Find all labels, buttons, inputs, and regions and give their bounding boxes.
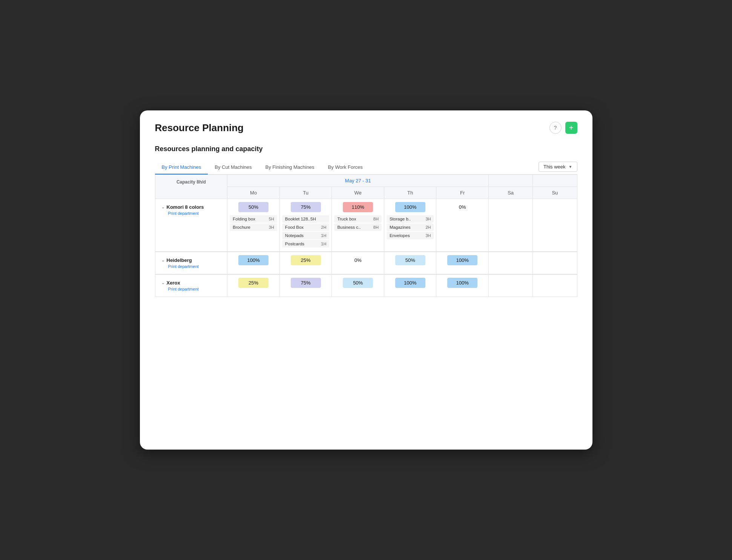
resource-name: ⌄ Komori 8 colors [161,204,221,210]
cap-cell-r2-d0[interactable]: 25% [227,274,280,297]
tab-cut-machines[interactable]: By Cut Machines [208,161,258,174]
day-header-tu: Tu [279,187,332,199]
expand-icon[interactable]: ⌄ [161,205,164,209]
help-button[interactable]: ? [549,122,562,134]
cap-cell-r0-d4[interactable]: 0% [436,199,489,252]
task-hours: 1H [321,233,326,238]
cap-cell-r0-d5[interactable] [488,199,533,252]
task-item[interactable]: Brochure 3H [230,223,277,231]
cap-badge: 0% [447,202,477,212]
task-item[interactable]: Magazines 2H [387,223,434,231]
capacity-grid: Capacity 8h/d May 27 - 31 Mo Tu We Th Fr… [155,174,577,297]
cap-cell-r1-d1[interactable]: 25% [279,252,332,274]
task-name: Notepads [285,233,304,238]
cap-badge: 110% [343,202,373,212]
add-button[interactable]: + [565,122,577,134]
cap-badge: 0% [343,255,373,265]
task-item[interactable]: Business c.. 8H [334,223,382,231]
page-header: Resource Planning ? + [155,122,577,134]
task-item[interactable]: Notepads 1H [282,232,330,239]
task-item[interactable]: Folding box 5H [230,215,277,223]
cap-cell-r1-d6[interactable] [533,252,577,274]
cap-cell-r2-d3[interactable]: 100% [384,274,436,297]
tab-work-forces[interactable]: By Work Forces [321,161,370,174]
task-hours: 3H [425,217,431,221]
day-header-th: Th [384,187,436,199]
resource-cell-1: ⌄ Heidelberg Print department [155,252,227,274]
cap-cell-r1-d4[interactable]: 100% [436,252,489,274]
cap-cell-r2-d6[interactable] [533,274,577,297]
task-hours: 8H [373,217,379,221]
cap-badge: 75% [291,278,321,288]
task-name: Booklet 128..5H [285,217,316,221]
task-item[interactable]: Booklet 128..5H [282,215,330,223]
resource-dept: Print department [161,211,221,216]
tabs-row: By Print Machines By Cut Machines By Fin… [155,161,577,174]
cap-badge: 25% [291,255,321,265]
cap-badge: 100% [395,278,425,288]
task-name: Envelopes [390,233,410,238]
task-item[interactable]: Envelopes 3H [387,232,434,239]
tab-print-machines[interactable]: By Print Machines [155,161,208,174]
task-name: Folding box [233,217,255,221]
task-name: Business c.. [337,225,361,230]
task-name: Storage b.. [390,217,411,221]
task-hours: 5H [269,217,274,221]
cap-cell-r1-d3[interactable]: 50% [384,252,436,274]
tab-finishing-machines[interactable]: By Finishing Machines [259,161,321,174]
cap-badge: 75% [291,202,321,212]
tabs-left: By Print Machines By Cut Machines By Fin… [155,161,370,174]
day-header-we: We [332,187,384,199]
sat-placeholder [488,175,533,187]
header-actions: ? + [549,122,577,134]
chevron-down-icon: ▼ [569,165,572,169]
cap-badge: 100% [447,255,477,265]
cap-badge: 50% [238,202,269,212]
cap-cell-r2-d4[interactable]: 100% [436,274,489,297]
resource-name: ⌄ Xerox [161,280,221,286]
day-header-mo: Mo [227,187,280,199]
cap-cell-r1-d5[interactable] [488,252,533,274]
resource-cell-0: ⌄ Komori 8 colors Print department [155,199,227,252]
cap-cell-r1-d0[interactable]: 100% [227,252,280,274]
cap-cell-r2-d5[interactable] [488,274,533,297]
cap-badge: 50% [395,255,425,265]
section-title: Resources planning and capacity [155,145,577,153]
cap-badge: 100% [395,202,425,212]
task-hours: 2H [425,225,431,230]
resource-name: ⌄ Heidelberg [161,257,221,263]
task-name: Truck box [337,217,356,221]
cap-badge: 100% [447,278,477,288]
task-hours: 3H [425,233,431,238]
task-item[interactable]: Postcards 1H [282,240,330,248]
task-item[interactable]: Food Box 2H [282,223,330,231]
week-selector[interactable]: This week ▼ [539,162,577,172]
cap-cell-r2-d1[interactable]: 75% [279,274,332,297]
expand-icon[interactable]: ⌄ [161,281,164,285]
day-header-sa: Sa [488,187,533,199]
cap-cell-r0-d1[interactable]: 75% Booklet 128..5H Food Box 2H Notepads… [279,199,332,252]
task-item[interactable]: Truck box 8H [334,215,382,223]
task-hours: 8H [373,225,379,230]
task-hours: 2H [321,225,326,230]
task-hours: 3H [269,225,274,230]
task-name: Postcards [285,242,304,246]
resource-dept: Print department [161,287,221,291]
cap-cell-r0-d0[interactable]: 50% Folding box 5H Brochure 3H [227,199,280,252]
expand-icon[interactable]: ⌄ [161,258,164,262]
day-header-fr: Fr [436,187,489,199]
task-name: Food Box [285,225,304,230]
sun-placeholder [533,175,577,187]
cap-cell-r2-d2[interactable]: 50% [332,274,384,297]
cap-cell-r0-d6[interactable] [533,199,577,252]
cap-cell-r0-d2[interactable]: 110% Truck box 8H Business c.. 8H [332,199,384,252]
task-item[interactable]: Storage b.. 3H [387,215,434,223]
cap-cell-r0-d3[interactable]: 100% Storage b.. 3H Magazines 2H Envelop… [384,199,436,252]
cap-badge: 25% [238,278,269,288]
cap-cell-r1-d2[interactable]: 0% [332,252,384,274]
cap-badge: 100% [238,255,269,265]
week-selector-label: This week [543,164,566,170]
day-header-su: Su [533,187,577,199]
resource-col-header: Capacity 8h/d [155,175,227,199]
date-range: May 27 - 31 [227,175,489,187]
